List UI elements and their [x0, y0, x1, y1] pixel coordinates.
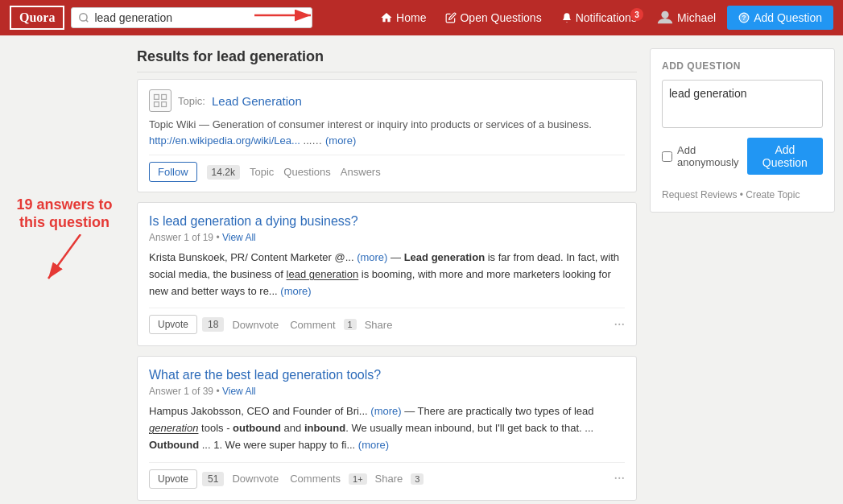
- svg-text:?: ?: [742, 14, 746, 22]
- header: Quora Home Open Questions: [0, 0, 843, 35]
- search-icon: [78, 12, 89, 23]
- create-topic-link[interactable]: Create Topic: [746, 189, 800, 200]
- svg-rect-12: [162, 102, 167, 107]
- topic-icon: [149, 89, 171, 112]
- action-bar-2: Upvote 51 Downvote Comments 1+ Share 3 ·…: [149, 462, 625, 489]
- answer-more-2[interactable]: (more): [358, 439, 389, 451]
- annotation-text: 19 answers to this question: [0, 196, 129, 231]
- topic-nav-topic[interactable]: Topic: [250, 166, 274, 178]
- add-question-box: ADD QUESTION lead generation Add anonymo…: [650, 48, 835, 213]
- bell-icon: [561, 11, 572, 24]
- upvote-count-2: 51: [202, 472, 224, 486]
- notifications-link[interactable]: Notifications 3: [553, 6, 645, 29]
- topic-actions: Follow 14.2k Topic Questions Answers: [149, 155, 625, 182]
- upvote-button-1[interactable]: Upvote: [149, 315, 197, 334]
- more-options-2[interactable]: ···: [614, 470, 626, 487]
- sidebar-add-question-button[interactable]: Add Question: [747, 138, 823, 175]
- topic-header: Topic: Lead Generation: [149, 89, 625, 112]
- quora-logo: Quora: [10, 6, 64, 30]
- svg-rect-11: [155, 102, 159, 107]
- comment-count-1: 1: [344, 319, 357, 330]
- share-link-1[interactable]: Share: [362, 316, 396, 334]
- follow-button[interactable]: Follow: [149, 162, 197, 182]
- answer-more-1[interactable]: (more): [280, 285, 311, 297]
- comment-count-2: 1+: [349, 473, 367, 485]
- view-all-1[interactable]: View All: [222, 232, 256, 243]
- question-card-1: Is lead generation a dying business? Ans…: [137, 202, 637, 346]
- answer-meta-1: Answer 1 of 19 • View All: [149, 232, 625, 243]
- home-link[interactable]: Home: [372, 6, 434, 29]
- answer-text-2: Hampus Jakobsson, CEO and Founder of Bri…: [149, 403, 625, 453]
- request-reviews-link[interactable]: Request Reviews: [662, 189, 737, 200]
- svg-point-4: [661, 11, 668, 19]
- svg-line-8: [48, 234, 81, 279]
- add-question-button[interactable]: ? Add Question: [727, 6, 833, 30]
- share-link-2[interactable]: Share: [372, 469, 407, 488]
- comment-link-2[interactable]: Comments: [287, 469, 344, 488]
- user-icon: [656, 9, 674, 27]
- question-title-2[interactable]: What are the best lead generation tools?: [149, 368, 625, 382]
- answer-text-1: Krista Bunskoek, PR/ Content Marketer @.…: [149, 250, 625, 300]
- topic-card: Topic: Lead Generation Topic Wiki — Gene…: [137, 79, 637, 192]
- main-nav: Home Open Questions Notifications 3 Mich…: [372, 4, 833, 31]
- more-options-1[interactable]: ···: [614, 316, 626, 333]
- annotation-arrow: [32, 234, 97, 283]
- open-questions-link[interactable]: Open Questions: [437, 6, 549, 29]
- downvote-link-1[interactable]: Downvote: [229, 316, 282, 334]
- sidebar-title: ADD QUESTION: [662, 60, 823, 72]
- topic-description: Topic Wiki — Generation of consumer inte…: [149, 117, 625, 148]
- comment-link-1[interactable]: Comment: [287, 316, 338, 334]
- anon-checkbox-row: Add anonymously Add Question: [662, 138, 823, 175]
- svg-rect-9: [155, 95, 159, 100]
- topic-nav-questions[interactable]: Questions: [283, 166, 331, 178]
- notification-badge: 3: [630, 8, 643, 21]
- downvote-link-2[interactable]: Downvote: [229, 469, 282, 488]
- topic-wiki-link[interactable]: http://en.wikipedia.org/wiki/Lea...: [149, 134, 300, 147]
- sidebar: ADD QUESTION lead generation Add anonymo…: [650, 48, 835, 504]
- topic-title[interactable]: Lead Generation: [212, 94, 302, 108]
- sidebar-footer-links: Request Reviews • Create Topic: [662, 183, 823, 200]
- question-card-2: What are the best lead generation tools?…: [137, 356, 637, 500]
- annotation-block: 19 answers to this question: [0, 196, 129, 283]
- svg-rect-10: [162, 95, 167, 100]
- main-container: 19 answers to this question Results for …: [0, 35, 843, 504]
- upvote-count-1: 18: [202, 317, 224, 332]
- topic-more-link[interactable]: (more): [325, 134, 356, 147]
- pencil-icon: [445, 12, 457, 23]
- author-more-2[interactable]: (more): [370, 405, 401, 417]
- topic-nav-answers[interactable]: Answers: [341, 166, 381, 178]
- view-all-2[interactable]: View All: [222, 386, 256, 397]
- follower-count: 14.2k: [207, 165, 240, 180]
- author-more-1[interactable]: (more): [357, 251, 387, 263]
- answer-meta-2: Answer 1 of 39 • View All: [149, 386, 625, 397]
- action-bar-1: Upvote 18 Downvote Comment 1 Share ···: [149, 308, 625, 334]
- search-arrow-annotation: [254, 3, 319, 27]
- home-icon: [380, 11, 393, 24]
- results-content: Results for lead generation Topic: Lead …: [137, 48, 637, 504]
- question-circle-icon: ?: [738, 12, 750, 23]
- question-title-1[interactable]: Is lead generation a dying business?: [149, 214, 625, 229]
- svg-line-1: [86, 20, 89, 23]
- upvote-button-2[interactable]: Upvote: [149, 469, 197, 489]
- svg-point-0: [80, 14, 87, 21]
- topic-label: Topic:: [178, 95, 205, 107]
- anon-label: Add anonymously: [677, 144, 742, 168]
- sidebar-question-input[interactable]: lead generation: [662, 80, 823, 128]
- share-count-2: 3: [411, 473, 424, 485]
- anon-checkbox[interactable]: [662, 151, 672, 162]
- user-profile-link[interactable]: Michael: [648, 4, 724, 31]
- results-header: Results for lead generation: [137, 48, 637, 72]
